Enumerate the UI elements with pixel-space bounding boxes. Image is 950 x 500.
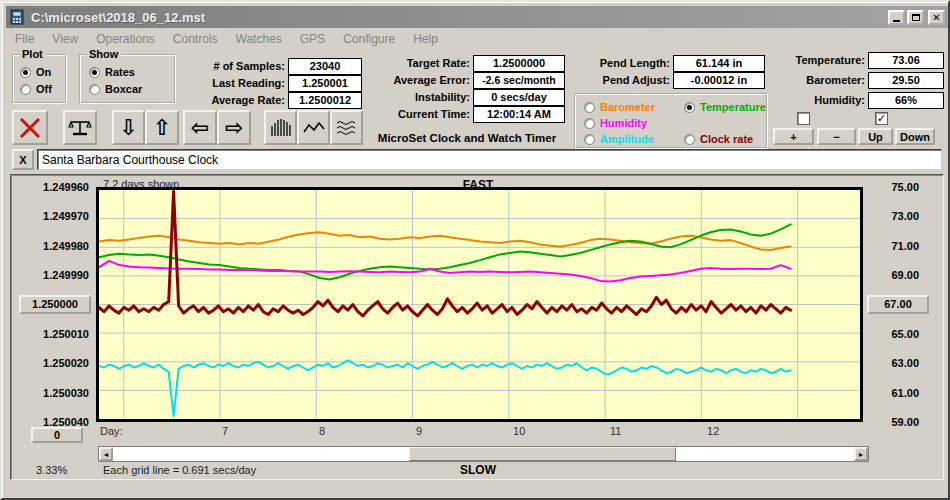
maximize-icon — [912, 14, 920, 21]
scrollbar-right-arrow[interactable]: ► — [854, 447, 868, 461]
plot-area[interactable] — [96, 187, 863, 422]
checkbox-1[interactable] — [797, 112, 810, 125]
clear-name-button[interactable]: X — [12, 149, 34, 170]
down-button[interactable]: Down — [895, 128, 935, 145]
legend-temperature-radio[interactable]: Temperature — [684, 101, 766, 113]
series-select-box: Barometer Humidity Amplitude Temperature… — [574, 93, 768, 149]
line-view-button[interactable] — [297, 110, 330, 145]
show-boxcar-radio[interactable]: Boxcar — [89, 83, 142, 95]
day-tick-10: 10 — [513, 425, 525, 437]
legend-humidity-circle[interactable] — [584, 118, 595, 129]
minus-button[interactable]: − — [817, 128, 856, 145]
scroll-left-button[interactable]: ⇦ — [183, 110, 217, 145]
right-axis-center-button[interactable]: 67.00 — [867, 295, 929, 314]
menu-help[interactable]: Help — [404, 30, 447, 48]
last-reading-label: Last Reading: — [177, 77, 285, 89]
checkbox-2[interactable]: ✓ — [875, 112, 888, 125]
plot-on-label: On — [36, 66, 51, 78]
legend-barometer-circle[interactable] — [584, 102, 595, 113]
average-error-label: Average Error: — [370, 74, 470, 86]
barometer-value: 29.50 — [868, 72, 944, 89]
plot-on-radio-circle[interactable] — [20, 67, 31, 78]
legend-clock-rate-radio[interactable]: Clock rate — [684, 133, 753, 145]
chart-panel: 7.2 days shown FAST 0 Day: ◄ ► 3.33% Eac… — [10, 174, 944, 480]
show-rates-radio-circle[interactable] — [89, 67, 100, 78]
day-tick-11: 11 — [610, 425, 621, 437]
average-rate-value: 1.2500012 — [288, 92, 362, 109]
clock-name-input[interactable] — [37, 149, 942, 170]
plot-on-radio[interactable]: On — [20, 66, 51, 78]
show-boxcar-radio-circle[interactable] — [89, 84, 100, 95]
menu-gps[interactable]: GPS — [291, 30, 334, 48]
plot-off-radio-circle[interactable] — [20, 84, 31, 95]
close-button[interactable]: ✕ — [928, 10, 945, 25]
show-boxcar-label: Boxcar — [105, 83, 142, 95]
show-groupbox: Show Rates Boxcar — [79, 54, 176, 104]
wave-view-button[interactable] — [330, 110, 363, 145]
samples-label: # of Samples: — [177, 60, 285, 72]
right-axis-tick: 69.00 — [871, 268, 919, 282]
scroll-right-button[interactable]: ⇨ — [217, 110, 251, 145]
left-axis-tick: 1.250040 — [19, 415, 89, 429]
right-axis-tick: 71.00 — [871, 239, 919, 253]
plus-button[interactable]: + — [773, 128, 814, 145]
legend-amplitude-radio[interactable]: Amplitude — [584, 133, 654, 145]
scrollbar-left-arrow[interactable]: ◄ — [99, 447, 113, 461]
title-bar[interactable]: C:\microset\2018_06_12.mst ✕ — [6, 6, 948, 28]
pend-length-value: 61.144 in — [673, 55, 765, 72]
average-error-value: -2.6 sec/month — [473, 72, 565, 89]
legend-amplitude-label: Amplitude — [600, 133, 654, 145]
legend-barometer-label: Barometer — [600, 101, 655, 113]
right-axis-tick: 75.00 — [871, 180, 919, 194]
scrollbar-thumb[interactable] — [409, 447, 676, 461]
zero-button[interactable]: 0 — [31, 427, 83, 443]
menu-view[interactable]: View — [43, 30, 87, 48]
scroll-down-button[interactable]: ⇩ — [112, 110, 145, 145]
pend-adjust-label: Pend Adjust: — [580, 74, 670, 86]
chart-scrollbar[interactable]: ◄ ► — [98, 446, 869, 462]
plot-groupbox: Plot On Off — [12, 54, 67, 104]
barometer-label: Barometer: — [767, 74, 865, 86]
delete-button[interactable] — [12, 110, 48, 145]
menu-bar: File View Operations Controls Watches GP… — [6, 29, 948, 48]
right-axis-tick: 63.00 — [871, 356, 919, 370]
current-time-label: Current Time: — [370, 108, 470, 120]
menu-configure[interactable]: Configure — [334, 30, 404, 48]
histogram-view-button[interactable] — [264, 110, 297, 145]
window-title: C:\microset\2018_06_12.mst — [31, 10, 886, 25]
app-icon — [9, 9, 25, 25]
menu-watches[interactable]: Watches — [227, 30, 291, 48]
left-axis-tick: 1.250010 — [19, 327, 89, 341]
legend-humidity-radio[interactable]: Humidity — [584, 117, 647, 129]
app-window: C:\microset\2018_06_12.mst ✕ File View O… — [0, 0, 950, 500]
up-button[interactable]: Up — [858, 128, 893, 145]
legend-humidity-label: Humidity — [600, 117, 647, 129]
instability-value: 0 secs/day — [473, 89, 565, 106]
temperature-label: Temperature: — [767, 54, 865, 66]
right-axis-tick: 61.00 — [871, 386, 919, 400]
legend-amplitude-circle[interactable] — [584, 134, 595, 145]
legend-clock-rate-circle[interactable] — [684, 134, 695, 145]
plot-off-radio[interactable]: Off — [20, 83, 52, 95]
legend-temperature-circle[interactable] — [684, 102, 695, 113]
legend-barometer-radio[interactable]: Barometer — [584, 101, 655, 113]
balance-button[interactable] — [63, 110, 97, 145]
maximize-button[interactable] — [907, 10, 924, 25]
up-arrow-icon: ⇧ — [153, 117, 171, 139]
show-rates-radio[interactable]: Rates — [89, 66, 135, 78]
left-axis-tick: 1.249970 — [19, 209, 89, 223]
minimize-icon — [893, 20, 900, 22]
scroll-up-button[interactable]: ⇧ — [145, 110, 179, 145]
chart-svg — [99, 190, 860, 419]
menu-controls[interactable]: Controls — [164, 30, 227, 48]
left-axis-center-button[interactable]: 1.250000 — [19, 295, 91, 314]
right-axis-tick: 59.00 — [871, 415, 919, 429]
pend-adjust-value: -0.00012 in — [673, 72, 765, 89]
minimize-button[interactable] — [888, 10, 905, 25]
humidity-label: Humidity: — [767, 94, 865, 106]
down-arrow-icon: ⇩ — [119, 117, 137, 139]
menu-operations[interactable]: Operations — [87, 30, 164, 48]
day-axis-prefix: Day: — [100, 425, 123, 437]
wavy-lines-icon — [335, 116, 359, 140]
menu-file[interactable]: File — [6, 30, 43, 48]
